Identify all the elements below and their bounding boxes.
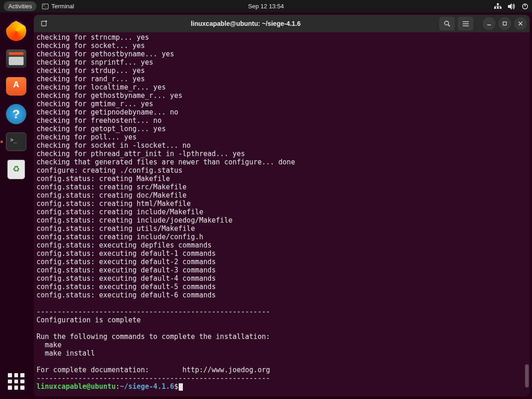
- svg-rect-1: [494, 7, 496, 9]
- top-bar: Activities Terminal Sep 12 13:54: [0, 0, 532, 12]
- volume-icon: [508, 3, 515, 10]
- svg-rect-2: [497, 7, 499, 9]
- cursor: [179, 383, 183, 391]
- app-menu-label: Terminal: [51, 3, 74, 10]
- terminal-icon: [42, 4, 48, 9]
- dock-files[interactable]: [4, 47, 28, 71]
- close-button[interactable]: [514, 17, 527, 30]
- svg-point-14: [444, 21, 448, 25]
- terminal-line: checking for socket... yes: [36, 42, 527, 50]
- terminal-line: ----------------------------------------…: [36, 308, 527, 316]
- terminal-line: checking for snprintf... yes: [36, 58, 527, 66]
- terminal-line: config.status: executing default-4 comma…: [36, 274, 527, 283]
- topbar-left: Activities Terminal: [4, 1, 74, 11]
- terminal-line: checking for pthread_attr_init in -lpthr…: [36, 150, 527, 158]
- svg-marker-8: [508, 3, 512, 10]
- svg-rect-3: [500, 7, 502, 9]
- apps-grid-icon: [8, 373, 24, 390]
- minimize-button[interactable]: [483, 17, 496, 30]
- terminal-line: checking for freehostent... no: [36, 116, 527, 125]
- network-icon: [494, 3, 502, 10]
- prompt-user: linuxcapable@ubuntu: [36, 382, 116, 391]
- prompt-path: ~/siege-4.1.6: [120, 382, 174, 391]
- firefox-icon: [6, 21, 26, 41]
- prompt-colon: :: [116, 382, 120, 391]
- svg-line-15: [448, 24, 450, 26]
- software-icon: [6, 77, 26, 96]
- app-menu[interactable]: Terminal: [42, 3, 74, 10]
- terminal-line: config.status: executing default-1 comma…: [36, 249, 527, 258]
- terminal-line: config.status: creating include/joedog/M…: [36, 216, 527, 224]
- terminal-line: For complete documentation: http://www.j…: [36, 366, 527, 374]
- terminal-icon: [6, 133, 26, 151]
- menu-button[interactable]: [458, 17, 473, 30]
- terminal-line: checking for rand_r... yes: [36, 75, 527, 83]
- window-title: linuxcapable@ubuntu: ~/siege-4.1.6: [55, 20, 436, 27]
- terminal-line: checking that generated files are newer …: [36, 158, 527, 166]
- svg-rect-7: [501, 6, 501, 7]
- terminal-line: config.status: creating src/Makefile: [36, 183, 527, 191]
- show-applications[interactable]: [4, 369, 28, 393]
- scrollbar[interactable]: [525, 33, 529, 393]
- titlebar: linuxcapable@ubuntu: ~/siege-4.1.6: [34, 15, 530, 32]
- terminal-line: [36, 324, 527, 332]
- maximize-button[interactable]: [498, 17, 511, 30]
- terminal-line: config.status: executing default-5 comma…: [36, 283, 527, 291]
- terminal-line: checking for gethostbyname... yes: [36, 50, 527, 58]
- help-icon: ?: [6, 104, 26, 124]
- terminal-line: config.status: creating doc/Makefile: [36, 191, 527, 200]
- svg-rect-11: [42, 21, 46, 26]
- svg-rect-5: [495, 6, 501, 6]
- terminal-line: checking for gmtime_r... yes: [36, 100, 527, 108]
- status-area[interactable]: [494, 3, 528, 10]
- terminal-line: [36, 299, 527, 308]
- terminal-window: linuxcapable@ubuntu: ~/siege-4.1.6 check…: [34, 15, 530, 397]
- terminal-line: config.status: creating include/config.h: [36, 233, 527, 241]
- dock-terminal[interactable]: [4, 130, 28, 154]
- terminal-line: config.status: executing default-2 comma…: [36, 258, 527, 266]
- terminal-body[interactable]: checking for strncmp... yeschecking for …: [34, 32, 530, 397]
- terminal-line: config.status: executing default-3 comma…: [36, 266, 527, 274]
- activities-button[interactable]: Activities: [4, 1, 36, 11]
- trash-icon: [7, 160, 25, 179]
- terminal-line: checking for strncmp... yes: [36, 33, 527, 42]
- terminal-line: checking for poll... yes: [36, 133, 527, 141]
- terminal-line: checking for localtime_r... yes: [36, 83, 527, 91]
- terminal-line: checking for getipnodebyname... no: [36, 108, 527, 116]
- svg-rect-6: [495, 6, 496, 7]
- terminal-line: checking for strdup... yes: [36, 66, 527, 75]
- scrollbar-thumb[interactable]: [525, 364, 529, 387]
- terminal-line: checking for getopt_long... yes: [36, 125, 527, 133]
- terminal-line: ----------------------------------------…: [36, 374, 527, 382]
- terminal-line: make install: [36, 349, 527, 357]
- terminal-line: checking for socket in -lsocket... no: [36, 141, 527, 150]
- svg-rect-0: [497, 3, 499, 5]
- terminal-line: config.status: executing default-6 comma…: [36, 291, 527, 299]
- terminal-line: config.status: creating utils/Makefile: [36, 224, 527, 233]
- power-icon: [522, 3, 528, 10]
- search-button[interactable]: [439, 17, 455, 30]
- terminal-line: config.status: creating include/Makefile: [36, 208, 527, 216]
- terminal-line: Run the following commands to complete t…: [36, 332, 527, 341]
- prompt-dollar: $: [174, 382, 178, 391]
- terminal-line: [36, 357, 527, 366]
- files-icon: [6, 49, 26, 68]
- svg-rect-20: [503, 22, 507, 25]
- clock[interactable]: Sep 12 13:54: [248, 3, 284, 10]
- dock-software[interactable]: [4, 74, 28, 98]
- terminal-line: checking for gethostbyname_r... yes: [36, 91, 527, 100]
- dock: ?: [0, 12, 32, 399]
- terminal-line: config.status: creating html/Makefile: [36, 200, 527, 208]
- new-tab-button[interactable]: [36, 17, 52, 30]
- terminal-line: config.status: executing depfiles comman…: [36, 241, 527, 249]
- terminal-line: Configuration is complete: [36, 316, 527, 324]
- prompt-line[interactable]: linuxcapable@ubuntu:~/siege-4.1.6$: [36, 382, 527, 391]
- terminal-line: configure: creating ./config.status: [36, 166, 527, 175]
- dock-trash[interactable]: [4, 157, 28, 181]
- terminal-line: make: [36, 341, 527, 349]
- dock-firefox[interactable]: [4, 19, 28, 43]
- dock-help[interactable]: ?: [4, 102, 28, 126]
- terminal-line: config.status: creating Makefile: [36, 175, 527, 183]
